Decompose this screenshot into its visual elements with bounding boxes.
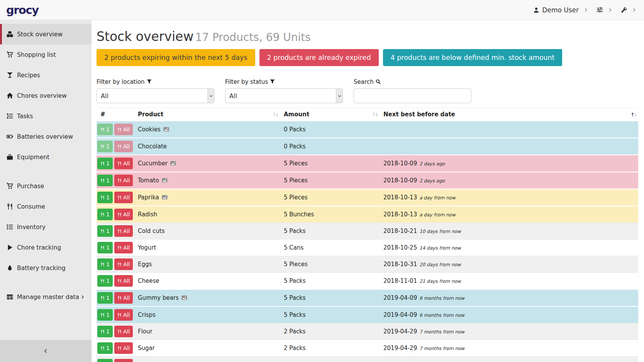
consume-one-button[interactable]: 1 xyxy=(97,275,113,287)
column-header-amount[interactable]: Amount↑↓ xyxy=(280,108,380,121)
sidebar-item-label: Equipment xyxy=(17,154,49,161)
column-header-best-before[interactable]: Next best before date↑↓ xyxy=(380,108,638,121)
consume-one-button[interactable]: 1 xyxy=(97,141,113,152)
consume-one-button[interactable]: 1 xyxy=(97,359,113,362)
product-name: Radish xyxy=(138,211,157,218)
search-input[interactable] xyxy=(354,88,471,103)
utensils-icon xyxy=(117,262,122,267)
sidebar-item-batteries-overview[interactable]: Batteries overview xyxy=(0,126,92,147)
consume-all-button[interactable]: All xyxy=(114,275,133,287)
utensils-icon xyxy=(117,313,122,317)
sort-icon[interactable]: ↑↓ xyxy=(630,112,636,117)
sidebar-item-label: Inventory xyxy=(17,224,46,231)
cart-icon xyxy=(7,183,14,189)
consume-one-button[interactable]: 1 xyxy=(97,158,113,169)
table-row: 1All Cucumber 5 Pieces 2018-10-092 days … xyxy=(97,155,638,172)
utensils-icon xyxy=(100,330,105,334)
admin-menu[interactable] xyxy=(621,7,636,13)
consume-all-button[interactable]: All xyxy=(114,175,133,186)
amount-cell: 5 Packs xyxy=(280,357,380,362)
consume-one-button[interactable]: 1 xyxy=(97,342,113,354)
below-min-stock-alert-button[interactable]: 4 products are below defined min. stock … xyxy=(383,49,563,66)
home-icon xyxy=(7,92,14,99)
cart-icon xyxy=(7,51,14,58)
sort-icon[interactable]: ↑↓ xyxy=(272,112,278,117)
utensils-icon xyxy=(117,178,122,183)
settings-menu[interactable] xyxy=(597,7,612,13)
consume-all-button[interactable]: All xyxy=(114,209,133,220)
sidebar-item-shopping-list[interactable]: Shopping list xyxy=(0,44,92,65)
consume-one-button[interactable]: 1 xyxy=(97,326,113,337)
sidebar-item-chore-tracking[interactable]: Chore tracking xyxy=(0,237,92,258)
amount-cell: 5 Pieces xyxy=(280,172,380,189)
sidebar-item-consume[interactable]: Consume xyxy=(0,196,92,217)
sidebar-item-label: Tasks xyxy=(17,113,33,120)
amount-cell: 5 Packs xyxy=(280,273,380,290)
sidebar-item-label: Stock overview xyxy=(17,31,63,38)
filter-icon xyxy=(147,79,152,84)
consume-one-button[interactable]: 1 xyxy=(97,124,113,135)
bbd-date: 2018-10-13 xyxy=(383,194,417,201)
consume-one-button[interactable]: 1 xyxy=(97,292,113,304)
status-select[interactable]: All xyxy=(225,88,343,103)
bbd-relative: 14 days from now xyxy=(419,245,461,251)
sidebar-item-battery-tracking[interactable]: Battery tracking xyxy=(0,258,92,278)
column-header-number: # xyxy=(97,108,134,121)
consume-one-button[interactable]: 1 xyxy=(97,192,113,203)
consume-all-button[interactable]: All xyxy=(114,158,133,169)
consume-one-button[interactable]: 1 xyxy=(97,225,113,237)
consume-all-button[interactable]: All xyxy=(114,326,133,337)
column-header-product[interactable]: Product↑↓ xyxy=(134,108,280,121)
amount-cell: 0 Packs xyxy=(280,138,380,155)
utensils-icon xyxy=(117,229,122,233)
consume-all-button[interactable]: All xyxy=(114,192,133,203)
bbd-relative: 2 days ago xyxy=(419,161,445,167)
app-logo[interactable]: grocy xyxy=(6,3,39,17)
consume-one-button[interactable]: 1 xyxy=(97,309,113,321)
sidebar-item-manage-master-data[interactable]: Manage master data xyxy=(0,287,92,307)
bbd-date: 2018-10-31 xyxy=(383,261,417,268)
sidebar-item-purchase[interactable]: Purchase xyxy=(0,176,92,196)
consume-one-button[interactable]: 1 xyxy=(97,242,113,253)
sidebar-collapse-button[interactable] xyxy=(0,340,92,362)
amount-cell: 5 Bunches xyxy=(280,206,380,223)
consume-all-button[interactable]: All xyxy=(114,225,133,237)
main-content: Stock overview17 Products, 69 Units 2 pr… xyxy=(92,20,644,362)
consume-one-button[interactable]: 1 xyxy=(97,209,113,220)
bbd-relative: a day from now xyxy=(419,212,456,218)
sidebar-item-tasks[interactable]: Tasks xyxy=(0,106,92,126)
sidebar-item-recipes[interactable]: Recipes xyxy=(0,65,92,85)
product-name: Cheese xyxy=(138,277,159,284)
consume-one-button[interactable]: 1 xyxy=(97,175,113,186)
consume-all-button[interactable]: All xyxy=(114,309,133,321)
filter-icon xyxy=(270,79,275,84)
location-select[interactable]: All xyxy=(97,88,214,103)
consume-one-button[interactable]: 1 xyxy=(97,258,113,270)
utensils-icon xyxy=(7,203,14,210)
utensils-icon xyxy=(100,262,105,267)
sidebar-group-spacer xyxy=(0,167,92,176)
consume-all-button[interactable]: All xyxy=(114,342,133,354)
utensils-icon xyxy=(117,212,122,217)
consume-all-button[interactable]: All xyxy=(114,141,133,152)
sidebar-item-chores-overview[interactable]: Chores overview xyxy=(0,85,92,106)
sidebar-item-equipment[interactable]: Equipment xyxy=(0,147,92,167)
user-menu[interactable]: Demo User xyxy=(533,6,588,14)
consume-all-button[interactable]: All xyxy=(114,292,133,304)
sidebar-item-inventory[interactable]: Inventory xyxy=(0,217,92,237)
product-name: Cold cuts xyxy=(138,228,165,235)
bbd-relative: 21 days from now xyxy=(419,279,461,284)
person-icon xyxy=(533,7,539,13)
table-row: 1All Gummy bears 5 Packs 2019-04-096 mon… xyxy=(97,289,638,306)
bbd-relative: 2 days ago xyxy=(419,178,445,184)
expired-alert-button[interactable]: 2 products are already expired xyxy=(259,49,379,66)
expiring-alert-button[interactable]: 2 products expiring within the next 5 da… xyxy=(97,49,255,66)
consume-all-button[interactable]: All xyxy=(114,258,133,270)
consume-all-button[interactable]: All xyxy=(114,359,133,362)
consume-all-button[interactable]: All xyxy=(114,124,133,135)
sort-icon[interactable]: ↑↓ xyxy=(372,112,378,117)
utensils-icon xyxy=(117,127,122,132)
consume-all-button[interactable]: All xyxy=(114,242,133,253)
sidebar-item-stock-overview[interactable]: Stock overview xyxy=(0,24,92,44)
utensils-icon xyxy=(100,346,105,350)
